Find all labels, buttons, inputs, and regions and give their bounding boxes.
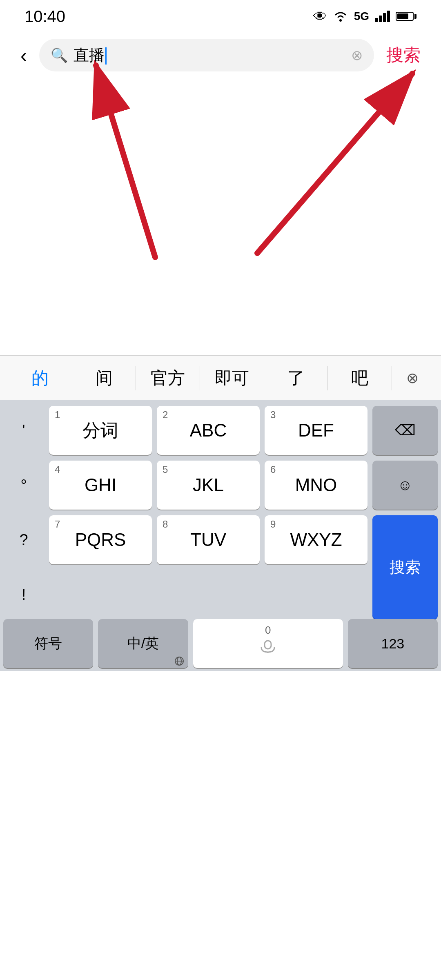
key-8-tuv[interactable]: 8 TUV bbox=[157, 515, 260, 564]
key-apostrophe[interactable]: ' bbox=[3, 406, 44, 455]
prediction-item-1[interactable]: 间 bbox=[72, 367, 136, 390]
key-delete[interactable]: ⌫ bbox=[372, 406, 438, 455]
prediction-item-4[interactable]: 了 bbox=[264, 367, 328, 390]
search-input[interactable]: 直播 bbox=[74, 45, 351, 66]
keyboard-row-3: 7 PQRS 8 TUV 9 WXYZ bbox=[49, 515, 368, 564]
key-7-pqrs[interactable]: 7 PQRS bbox=[49, 515, 152, 564]
prediction-item-3[interactable]: 即可 bbox=[200, 367, 264, 390]
keyboard-bottom-row: 符号 中/英 0 123 bbox=[3, 619, 438, 668]
key-space-number: 0 bbox=[265, 624, 271, 637]
cursor bbox=[105, 47, 107, 65]
key-space[interactable]: 0 bbox=[193, 619, 343, 668]
keyboard-main: ' ° ? ! 1 分词 2 ABC 3 DEF bbox=[3, 406, 438, 619]
search-input-text: 直播 bbox=[74, 47, 105, 64]
key-9-wxyz[interactable]: 9 WXYZ bbox=[265, 515, 368, 564]
status-time: 10:40 bbox=[24, 7, 65, 26]
battery-icon bbox=[396, 12, 416, 21]
key-zh-en[interactable]: 中/英 bbox=[98, 619, 188, 668]
back-button[interactable]: ‹ bbox=[16, 40, 31, 71]
key-123[interactable]: 123 bbox=[348, 619, 438, 668]
key-1-fenci[interactable]: 1 分词 bbox=[49, 406, 152, 455]
globe-icon bbox=[174, 657, 185, 666]
prediction-item-2[interactable]: 官方 bbox=[136, 367, 200, 390]
keys-grid: 1 分词 2 ABC 3 DEF 4 GHI 5 bbox=[49, 406, 368, 619]
key-exclaim[interactable]: ! bbox=[3, 570, 44, 619]
left-symbol-column: ' ° ? ! bbox=[3, 406, 44, 619]
key-fuho[interactable]: 符号 bbox=[3, 619, 93, 668]
signal-bars bbox=[375, 11, 390, 22]
keyboard: ' ° ? ! 1 分词 2 ABC 3 DEF bbox=[0, 400, 441, 671]
status-icons: 👁 5G bbox=[313, 9, 416, 24]
key-emoji[interactable]: ☺ bbox=[372, 461, 438, 510]
content-area bbox=[0, 78, 441, 355]
search-icon: 🔍 bbox=[51, 47, 68, 63]
search-clear-button[interactable]: ⊗ bbox=[351, 47, 363, 63]
key-5-jkl[interactable]: 5 JKL bbox=[157, 461, 260, 510]
status-bar: 10:40 👁 5G bbox=[0, 0, 441, 33]
svg-point-0 bbox=[339, 19, 342, 22]
right-column: ⌫ ☺ 搜索 bbox=[372, 406, 438, 619]
key-4-ghi[interactable]: 4 GHI bbox=[49, 461, 152, 510]
prediction-bar: 的 间 官方 即可 了 吧 ⊗ bbox=[0, 355, 441, 400]
key-6-mno[interactable]: 6 MNO bbox=[265, 461, 368, 510]
search-confirm-button[interactable]: 搜索 bbox=[382, 44, 425, 67]
prediction-delete-button[interactable]: ⊗ bbox=[392, 370, 433, 387]
keyboard-row-2: 4 GHI 5 JKL 6 MNO bbox=[49, 461, 368, 510]
wifi-icon bbox=[333, 11, 348, 22]
key-3-def[interactable]: 3 DEF bbox=[265, 406, 368, 455]
prediction-item-0[interactable]: 的 bbox=[8, 367, 72, 390]
prediction-item-5[interactable]: 吧 bbox=[328, 367, 392, 390]
mic-icon bbox=[258, 640, 278, 653]
search-input-wrapper[interactable]: 🔍 直播 ⊗ bbox=[39, 39, 374, 71]
key-question[interactable]: ? bbox=[3, 515, 44, 564]
eye-icon: 👁 bbox=[313, 9, 327, 24]
key-period[interactable]: ° bbox=[3, 461, 44, 510]
keyboard-row-1: 1 分词 2 ABC 3 DEF bbox=[49, 406, 368, 455]
key-2-abc[interactable]: 2 ABC bbox=[157, 406, 260, 455]
search-bar-container: ‹ 🔍 直播 ⊗ 搜索 bbox=[0, 33, 441, 78]
key-search[interactable]: 搜索 bbox=[372, 515, 438, 619]
svg-rect-8 bbox=[265, 641, 271, 649]
network-badge: 5G bbox=[354, 10, 369, 23]
